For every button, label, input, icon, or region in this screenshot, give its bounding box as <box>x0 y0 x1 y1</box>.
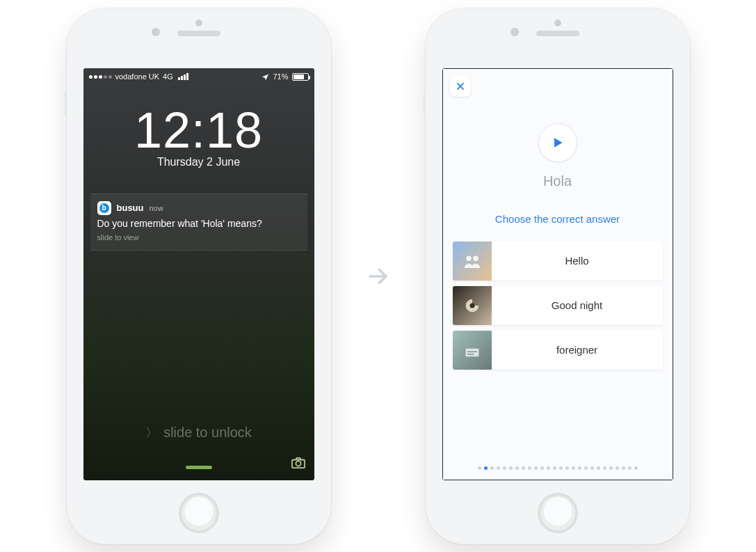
answer-thumbnail <box>453 331 492 370</box>
pager-dot[interactable] <box>572 466 575 470</box>
notification-hint: slide to view <box>97 233 300 242</box>
answer-list: Hello Good night foreigner <box>453 242 663 370</box>
pager-dot[interactable] <box>553 466 556 470</box>
pager-dot[interactable] <box>603 466 606 470</box>
notification-card[interactable]: b busuu now Do you remember what 'Hola' … <box>90 194 307 251</box>
battery-icon <box>292 73 309 81</box>
pager-dot[interactable] <box>503 466 506 470</box>
lockscreen-bottom-bar <box>83 454 314 473</box>
location-arrow-icon <box>262 73 269 81</box>
pager-dot[interactable] <box>478 466 481 470</box>
answer-option[interactable]: Good night <box>453 286 663 325</box>
notification-time: now <box>150 204 163 212</box>
grabber-handle[interactable] <box>186 466 212 469</box>
pager-dot[interactable] <box>578 466 581 470</box>
pager-dot[interactable] <box>628 466 632 470</box>
status-left: vodafone UK 4G <box>89 72 188 81</box>
play-icon <box>551 135 565 150</box>
phone-sensor <box>195 19 202 26</box>
quiz-app: Hola Choose the correct answer Hello <box>442 68 673 480</box>
clock-date: Thursday 2 June <box>83 156 314 168</box>
status-right: 71% <box>262 72 308 81</box>
phone-earpiece <box>536 31 579 36</box>
pager-dot[interactable] <box>616 466 619 470</box>
pager-dot[interactable] <box>584 466 588 470</box>
quiz-prompt: Choose the correct answer <box>495 213 620 225</box>
busuu-app-icon: b <box>97 201 111 215</box>
pager-dot[interactable] <box>497 466 500 470</box>
pager-dot[interactable] <box>559 466 563 470</box>
answer-thumbnail <box>453 286 492 325</box>
notification-app-name: busuu <box>117 203 144 213</box>
network-label: 4G <box>163 72 173 81</box>
answer-label: Hello <box>492 255 663 267</box>
battery-percent: 71% <box>273 72 288 81</box>
answer-label: Good night <box>492 299 663 311</box>
phone-front-camera <box>152 28 160 36</box>
svg-point-4 <box>469 303 474 308</box>
notification-message: Do you remember what 'Hola' means? <box>97 218 300 229</box>
answer-label: foreigner <box>492 344 663 356</box>
svg-point-2 <box>466 255 472 261</box>
pager-dot[interactable] <box>634 466 638 470</box>
pager-dot[interactable] <box>509 466 513 470</box>
quiz-screen: Hola Choose the correct answer Hello <box>442 68 673 480</box>
pager-dot[interactable] <box>522 466 525 470</box>
unlock-label: slide to unlock <box>163 425 252 441</box>
pager-dot[interactable] <box>484 466 488 470</box>
arrow-right-icon <box>364 262 392 290</box>
phone-sensor <box>554 19 561 26</box>
close-button[interactable] <box>450 76 471 97</box>
pager-dot[interactable] <box>490 466 494 470</box>
phone-front-camera <box>510 28 519 36</box>
phone-app: Hola Choose the correct answer Hello <box>426 8 690 544</box>
phone-earpiece <box>177 31 220 36</box>
lock-clock: 12:18 Thursday 2 June <box>83 102 314 168</box>
progress-pager <box>443 466 673 470</box>
status-bar: vodafone UK 4G 71% <box>83 68 314 84</box>
phone-lockscreen: vodafone UK 4G 71% 12:18 Thursday 2 June… <box>67 8 331 544</box>
pager-dot[interactable] <box>565 466 569 470</box>
camera-icon[interactable] <box>291 457 306 472</box>
pager-dot[interactable] <box>528 466 531 470</box>
pager-dot[interactable] <box>547 466 550 470</box>
lockscreen: vodafone UK 4G 71% 12:18 Thursday 2 June… <box>83 68 314 480</box>
quiz-word: Hola <box>543 173 572 189</box>
signal-bars-icon <box>178 73 188 80</box>
pager-dot[interactable] <box>622 466 625 470</box>
signal-dots-icon <box>89 75 112 79</box>
pager-dot[interactable] <box>534 466 538 470</box>
answer-option[interactable]: Hello <box>453 242 663 281</box>
home-button[interactable] <box>179 493 219 533</box>
play-audio-button[interactable] <box>538 123 577 162</box>
notification-header: b busuu now <box>97 201 300 215</box>
svg-point-3 <box>473 255 478 261</box>
answer-option[interactable]: foreigner <box>453 331 663 370</box>
pager-dot[interactable] <box>590 466 594 470</box>
home-button[interactable] <box>538 493 578 533</box>
answer-thumbnail <box>453 242 492 281</box>
clock-time: 12:18 <box>83 102 314 159</box>
svg-rect-5 <box>465 348 478 356</box>
close-icon <box>456 81 465 91</box>
pager-dot[interactable] <box>609 466 613 470</box>
chevron-right-icon: 〉 <box>145 425 158 441</box>
pager-dot[interactable] <box>540 466 544 470</box>
svg-point-1 <box>296 461 300 466</box>
slide-to-unlock[interactable]: 〉 slide to unlock <box>83 425 314 441</box>
pager-dot[interactable] <box>597 466 600 470</box>
pager-dot[interactable] <box>515 466 519 470</box>
carrier-label: vodafone UK <box>115 72 160 81</box>
